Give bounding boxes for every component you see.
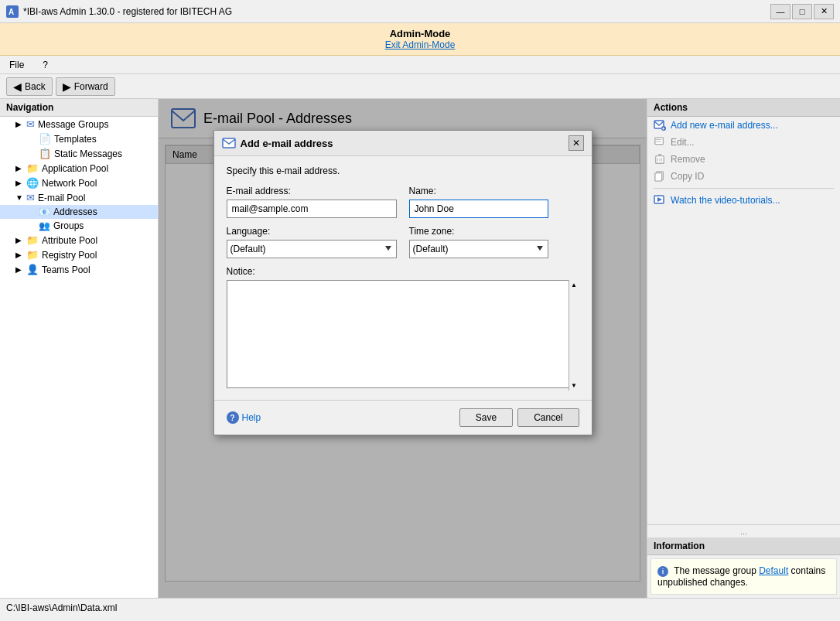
- title-bar: A *IBI-aws Admin 1.30.0 - registered for…: [0, 0, 840, 23]
- watch-tutorials-label: Watch the video-tutorials...: [671, 195, 780, 206]
- expand-icon: ▶: [15, 251, 23, 259]
- sidebar-item-registry-pool[interactable]: ▶ 📁 Registry Pool: [0, 247, 158, 262]
- email-pool-icon: ✉: [26, 192, 35, 203]
- help-button[interactable]: ? Help: [227, 411, 261, 424]
- sidebar-item-email-pool[interactable]: ▼ ✉ E-mail Pool: [0, 190, 158, 205]
- action-watch-tutorials[interactable]: Watch the video-tutorials...: [647, 192, 840, 209]
- sidebar-item-label: Templates: [54, 134, 97, 145]
- sidebar-item-templates[interactable]: 📄 Templates: [0, 131, 158, 146]
- sidebar-item-message-groups[interactable]: ▶ ✉ Message Groups: [0, 117, 158, 131]
- attribute-pool-icon: 📁: [26, 234, 39, 246]
- info-default-link[interactable]: Default: [759, 565, 788, 576]
- exit-admin-link[interactable]: Exit Admin-Mode: [5, 39, 835, 50]
- save-button[interactable]: Save: [459, 408, 513, 427]
- content-area: E-mail Pool - Addresses Name Add e-mail …: [159, 99, 647, 598]
- main-layout: Navigation ▶ ✉ Message Groups 📄 Template…: [0, 99, 840, 598]
- copy-id-label: Copy ID: [671, 171, 704, 182]
- scroll-up-icon[interactable]: ▲: [571, 281, 577, 288]
- timezone-label: Time zone:: [409, 226, 579, 237]
- expand-icon: ▶: [15, 265, 23, 274]
- sidebar-item-application-pool[interactable]: ▶ 📁 Application Pool: [0, 161, 158, 176]
- action-copy-id[interactable]: Copy ID: [647, 168, 840, 185]
- action-add-email[interactable]: + Add new e-mail address...: [647, 117, 840, 134]
- sidebar-item-teams-pool[interactable]: ▶ 👤 Teams Pool: [0, 262, 158, 277]
- sidebar-item-addresses[interactable]: 📧 Addresses: [0, 205, 158, 219]
- back-arrow-icon: ◀: [13, 80, 22, 93]
- minimize-button[interactable]: —: [770, 4, 790, 19]
- email-input[interactable]: [227, 200, 397, 218]
- action-edit[interactable]: Edit...: [647, 134, 840, 151]
- email-name-row: E-mail address: Name:: [227, 186, 579, 218]
- svg-text:+: +: [662, 126, 665, 131]
- notice-area: ▲ ▼: [227, 280, 579, 391]
- sidebar-item-attribute-pool[interactable]: ▶ 📁 Attribute Pool: [0, 233, 158, 247]
- sidebar-item-groups[interactable]: 👥 Groups: [0, 219, 158, 233]
- forward-label: Forward: [74, 81, 108, 92]
- registry-pool-icon: 📁: [26, 249, 39, 261]
- application-pool-icon: 📁: [26, 162, 39, 174]
- svg-rect-7: [655, 138, 664, 145]
- status-bar: C:\IBI-aws\Admin\Data.xml: [0, 598, 840, 616]
- admin-mode-title: Admin-Mode: [5, 28, 835, 39]
- network-pool-icon: 🌐: [26, 177, 39, 189]
- close-button[interactable]: ✕: [814, 4, 834, 19]
- forward-button[interactable]: ▶ Forward: [56, 77, 115, 96]
- sidebar-item-network-pool[interactable]: ▶ 🌐 Network Pool: [0, 176, 158, 190]
- email-form-group: E-mail address:: [227, 186, 397, 218]
- menu-file[interactable]: File: [3, 58, 30, 72]
- footer-buttons: Save Cancel: [459, 408, 579, 427]
- sidebar-item-label: E-mail Pool: [38, 193, 85, 203]
- modal-title-bar: Add e-mail address ✕: [214, 131, 592, 156]
- information-header: Information: [647, 537, 840, 555]
- language-form-group: Language: (Default): [227, 226, 397, 258]
- name-input[interactable]: [409, 200, 548, 218]
- language-select-wrapper: (Default): [227, 240, 397, 258]
- add-email-label: Add new e-mail address...: [671, 120, 778, 131]
- forward-arrow-icon: ▶: [63, 80, 71, 93]
- toolbar: ◀ Back ▶ Forward: [0, 74, 840, 99]
- info-message-before: The message group: [674, 565, 759, 576]
- static-messages-icon: 📋: [39, 148, 51, 159]
- scroll-down-icon[interactable]: ▼: [571, 382, 577, 389]
- navigation-header: Navigation: [0, 99, 158, 117]
- status-path: C:\IBI-aws\Admin\Data.xml: [6, 602, 117, 613]
- language-select[interactable]: (Default): [227, 240, 397, 258]
- back-label: Back: [25, 81, 46, 92]
- timezone-select-wrapper: (Default): [409, 240, 579, 258]
- modal-email-icon: [222, 138, 236, 148]
- information-content: i The message group Default contains unp…: [650, 558, 837, 595]
- help-label: Help: [242, 412, 261, 423]
- sidebar-item-label: Attribute Pool: [42, 235, 97, 246]
- expand-icon: ▶: [15, 164, 23, 172]
- actions-separator: [654, 188, 834, 189]
- sidebar-item-label: Groups: [53, 220, 84, 231]
- notice-textarea[interactable]: [227, 280, 579, 388]
- groups-icon: 👥: [39, 220, 50, 231]
- cancel-button[interactable]: Cancel: [517, 408, 579, 427]
- modal-subtitle: Specify this e-mail address.: [227, 165, 579, 176]
- modal-overlay: Add e-mail address ✕ Specify this e-mail…: [159, 99, 647, 598]
- restore-button[interactable]: □: [792, 4, 812, 19]
- email-label: E-mail address:: [227, 186, 397, 196]
- app-icon: A: [6, 5, 19, 18]
- sidebar-item-static-messages[interactable]: 📋 Static Messages: [0, 146, 158, 161]
- add-email-icon: +: [654, 120, 666, 131]
- modal-close-button[interactable]: ✕: [569, 135, 584, 151]
- svg-rect-3: [223, 138, 235, 148]
- templates-icon: 📄: [39, 133, 51, 145]
- help-icon: ?: [227, 411, 239, 424]
- window-title: *IBI-aws Admin 1.30.0 - registered for I…: [23, 6, 232, 17]
- name-form-group: Name:: [409, 186, 579, 218]
- back-button[interactable]: ◀ Back: [6, 77, 53, 96]
- video-icon: [654, 195, 666, 206]
- menu-help[interactable]: ?: [36, 58, 54, 72]
- scrollbar[interactable]: ▲ ▼: [569, 280, 579, 391]
- modal-title: Add e-mail address: [241, 138, 333, 149]
- expand-icon: ▶: [15, 236, 23, 244]
- information-section: ... Information i The message group Defa…: [647, 524, 840, 598]
- timezone-select[interactable]: (Default): [409, 240, 548, 258]
- right-panel: Actions + Add new e-mail address... Edit…: [647, 99, 840, 598]
- action-remove[interactable]: Remove: [647, 151, 840, 168]
- sidebar-item-label: Network Pool: [42, 178, 97, 189]
- sidebar-item-label: Teams Pool: [42, 264, 90, 275]
